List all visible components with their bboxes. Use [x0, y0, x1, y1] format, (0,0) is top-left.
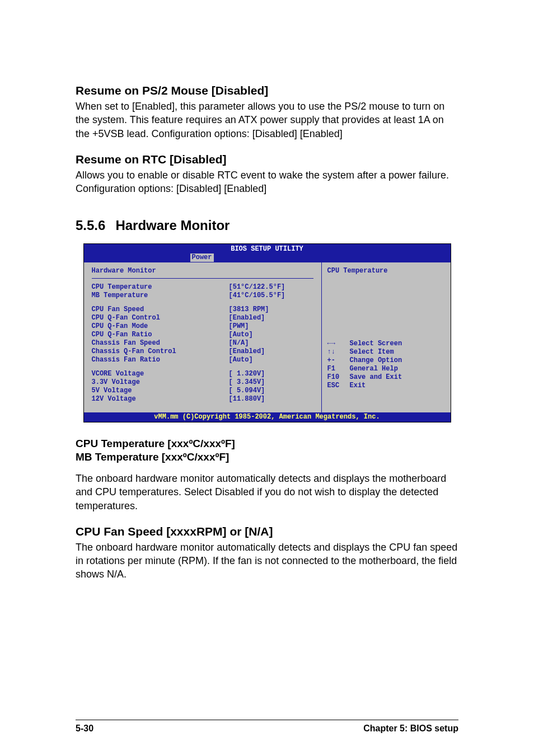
bios-nav-row: ←→Select Screen	[327, 340, 445, 348]
bios-nav-label: Select Item	[350, 348, 394, 356]
bios-group-temps: CPU Temperature[51°C/122.5°F] MB Tempera…	[92, 283, 313, 300]
bios-field-value: [Enabled]	[229, 314, 265, 322]
bios-nav-row: F10Save and Exit	[327, 373, 445, 382]
bios-field-label: VCORE Voltage	[92, 370, 229, 378]
bios-nav-key: ←→	[327, 340, 350, 348]
bios-field-label: CPU Q-Fan Control	[92, 314, 229, 322]
bios-tab-power: Power	[190, 253, 214, 262]
bios-nav-label: General Help	[350, 365, 398, 373]
bios-nav-key: +-	[327, 356, 350, 365]
bios-nav-row: ↑↓Select Item	[327, 348, 445, 356]
heading-cpu-fan-speed: CPU Fan Speed [xxxxRPM] or [N/A]	[76, 525, 458, 538]
bios-row: Chassis Q-Fan Control[Enabled]	[92, 348, 313, 356]
body-resume-ps2: When set to [Enabled], this parameter al…	[76, 100, 458, 140]
bios-nav-row: +-Change Option	[327, 356, 445, 365]
bios-field-value: [Enabled]	[229, 348, 265, 356]
section-title: Hardware Monitor	[115, 218, 229, 233]
bios-nav-label: Exit	[350, 382, 366, 390]
bios-row: 5V Voltage[ 5.094V]	[92, 387, 313, 395]
bios-field-value: [41°C/105.5°F]	[229, 292, 285, 300]
bios-row: MB Temperature[41°C/105.5°F]	[92, 292, 313, 300]
bios-nav-row: F1General Help	[327, 365, 445, 373]
bios-field-label: 3.3V Voltage	[92, 378, 229, 387]
bios-field-label: Chassis Fan Ratio	[92, 356, 229, 364]
bios-nav-key: F1	[327, 365, 350, 373]
bios-field-label: 12V Voltage	[92, 395, 229, 403]
bios-copyright: vMM.mm (C)Copyright 1985-2002, American …	[84, 412, 451, 422]
bios-nav-key: ESC	[327, 382, 350, 390]
heading-resume-rtc: Resume on RTC [Disabled]	[76, 153, 458, 166]
bios-nav-label: Select Screen	[350, 340, 402, 348]
bios-row: 12V Voltage[11.880V]	[92, 395, 313, 403]
bios-nav-row: ESCExit	[327, 382, 445, 390]
bios-field-label: CPU Q-Fan Mode	[92, 322, 229, 331]
bios-row: CPU Q-Fan Control[Enabled]	[92, 314, 313, 322]
bios-nav-help: ←→Select Screen ↑↓Select Item +-Change O…	[327, 340, 445, 390]
bios-row: CPU Temperature[51°C/122.5°F]	[92, 283, 313, 292]
bios-pane-title: Hardware Monitor	[92, 267, 313, 279]
bios-group-fans: CPU Fan Speed[3813 RPM] CPU Q-Fan Contro…	[92, 306, 313, 364]
bios-field-label: CPU Temperature	[92, 283, 229, 292]
bios-title: BIOS SETUP UTILITY	[84, 244, 451, 253]
bios-nav-label: Save and Exit	[350, 373, 402, 382]
bios-field-label: Chassis Q-Fan Control	[92, 348, 229, 356]
bios-field-value: [51°C/122.5°F]	[229, 283, 285, 292]
chapter-label: Chapter 5: BIOS setup	[363, 724, 458, 734]
body-temp: The onboard hardware monitor automatical…	[76, 472, 458, 513]
bios-field-value: [Auto]	[229, 356, 253, 364]
bios-nav-key: ↑↓	[327, 348, 350, 356]
bios-right-pane: CPU Temperature ←→Select Screen ↑↓Select…	[321, 262, 451, 412]
bios-row: 3.3V Voltage[ 3.345V]	[92, 378, 313, 387]
bios-row: Chassis Fan Speed[N/A]	[92, 339, 313, 348]
bios-group-voltages: VCORE Voltage[ 1.320V] 3.3V Voltage[ 3.3…	[92, 370, 313, 403]
bios-field-value: [3813 RPM]	[229, 306, 269, 314]
page-footer: 5-30 Chapter 5: BIOS setup	[76, 720, 458, 734]
bios-field-value: [PWM]	[229, 322, 249, 331]
bios-row: Chassis Fan Ratio[Auto]	[92, 356, 313, 364]
bios-field-value: [Auto]	[229, 331, 253, 339]
heading-cpu-temp: CPU Temperature [xxxºC/xxxºF]	[76, 437, 458, 450]
page-number: 5-30	[76, 724, 93, 734]
heading-mb-temp: MB Temperature [xxxºC/xxxºF]	[76, 450, 458, 464]
bios-field-label: CPU Fan Speed	[92, 306, 229, 314]
bios-left-pane: Hardware Monitor CPU Temperature[51°C/12…	[84, 262, 321, 412]
bios-row: CPU Fan Speed[3813 RPM]	[92, 306, 313, 314]
bios-field-value: [ 5.094V]	[229, 387, 265, 395]
bios-field-label: CPU Q-Fan Ratio	[92, 331, 229, 339]
body-cpu-fan-speed: The onboard hardware monitor automatical…	[76, 541, 458, 581]
bios-tab-bar: Power	[84, 253, 451, 262]
bios-row: CPU Q-Fan Mode[PWM]	[92, 322, 313, 331]
bios-help-text: CPU Temperature	[327, 267, 445, 340]
bios-field-value: [N/A]	[229, 339, 249, 348]
heading-resume-ps2: Resume on PS/2 Mouse [Disabled]	[76, 84, 458, 97]
bios-nav-key: F10	[327, 373, 350, 382]
body-resume-rtc: Allows you to enable or disable RTC even…	[76, 168, 458, 196]
bios-nav-label: Change Option	[350, 356, 402, 365]
bios-field-label: MB Temperature	[92, 292, 229, 300]
section-number: 5.5.6	[76, 218, 105, 233]
bios-screenshot: BIOS SETUP UTILITY Power Hardware Monito…	[83, 243, 451, 422]
bios-field-value: [ 3.345V]	[229, 378, 265, 387]
bios-field-label: Chassis Fan Speed	[92, 339, 229, 348]
bios-field-value: [11.880V]	[229, 395, 265, 403]
bios-field-label: 5V Voltage	[92, 387, 229, 395]
bios-row: VCORE Voltage[ 1.320V]	[92, 370, 313, 378]
section-heading: 5.5.6Hardware Monitor	[76, 218, 458, 233]
bios-row: CPU Q-Fan Ratio[Auto]	[92, 331, 313, 339]
bios-field-value: [ 1.320V]	[229, 370, 265, 378]
